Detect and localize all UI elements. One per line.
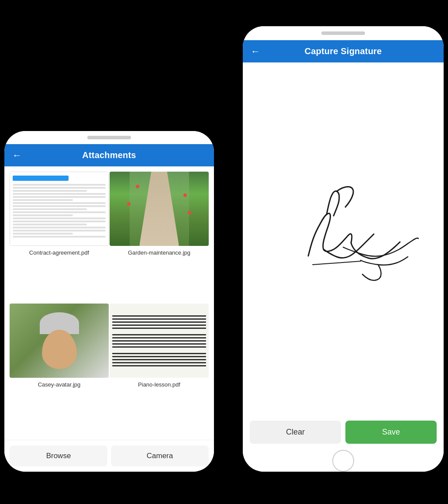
signature-buttons: Clear Save	[243, 414, 444, 450]
music-staff	[112, 315, 206, 329]
notch-bar-left	[4, 131, 214, 144]
attachment-name-avatar: Casey-avatar.jpg	[38, 381, 81, 388]
save-button[interactable]: Save	[345, 421, 437, 444]
home-indicator-right	[243, 450, 444, 472]
attachment-item-garden[interactable]: Garden-maintenance.jpg	[110, 172, 209, 303]
signature-header: ← Capture Signature	[243, 40, 444, 62]
attachment-name-piano: Piano-lesson.pdf	[138, 381, 180, 388]
music-line	[112, 353, 206, 354]
music-line	[112, 340, 206, 342]
music-line	[112, 321, 206, 323]
doc-line	[13, 224, 87, 225]
doc-line	[13, 196, 106, 198]
notch-bar-right	[243, 26, 444, 40]
doc-header-bar	[13, 176, 69, 181]
doc-line	[13, 199, 73, 201]
back-arrow-right[interactable]: ←	[251, 46, 260, 57]
doc-line	[13, 193, 106, 195]
attachment-item-piano[interactable]: Piano-lesson.pdf	[110, 304, 209, 435]
doc-line	[13, 208, 87, 210]
notch-left	[87, 136, 131, 139]
attachment-name-garden: Garden-maintenance.jpg	[128, 249, 190, 256]
music-line	[112, 318, 206, 320]
attachment-thumb-contract	[10, 172, 109, 246]
doc-line	[13, 230, 106, 231]
phone-attachments: ← Attachments	[4, 131, 214, 472]
attachment-item-contract[interactable]: Contract-agreement.pdf	[10, 172, 109, 303]
doc-line	[13, 217, 106, 219]
music-staff	[112, 334, 206, 348]
doc-line	[13, 190, 87, 192]
flower	[183, 193, 187, 197]
phone-signature: ← Capture Signature Clear Save	[243, 26, 444, 472]
attachments-header: ← Attachments	[4, 144, 214, 166]
doc-line	[13, 187, 106, 189]
garden-path	[139, 172, 179, 246]
home-dot	[332, 450, 354, 472]
bottom-buttons: Browse Camera	[4, 440, 214, 472]
music-line	[112, 315, 206, 317]
doc-line	[13, 184, 106, 186]
doc-line	[13, 202, 106, 204]
signature-title: Capture Signature	[305, 46, 382, 56]
phones-container: ← Attachments	[0, 0, 448, 504]
doc-line	[13, 221, 106, 222]
attachments-grid: Contract-agreement.pdf Garden-maintenanc…	[4, 166, 214, 440]
music-line	[112, 356, 206, 357]
clear-button[interactable]: Clear	[250, 421, 341, 444]
doc-line	[13, 211, 106, 213]
attachment-thumb-garden	[110, 172, 209, 246]
back-arrow-left[interactable]: ←	[12, 150, 22, 161]
notch-right	[321, 31, 365, 35]
music-line	[112, 362, 206, 363]
music-line	[112, 346, 206, 348]
music-line	[112, 365, 206, 366]
flower	[127, 202, 131, 206]
music-line	[112, 343, 206, 345]
doc-line	[13, 233, 73, 235]
doc-preview	[10, 172, 109, 246]
camera-button[interactable]: Camera	[111, 445, 209, 466]
signature-area[interactable]	[243, 62, 444, 414]
browse-button[interactable]: Browse	[10, 445, 107, 466]
music-line	[112, 328, 206, 329]
attachment-item-avatar[interactable]: Casey-avatar.jpg	[10, 304, 109, 435]
doc-line	[13, 205, 106, 207]
music-line	[112, 334, 206, 335]
music-line	[112, 324, 206, 326]
doc-line	[13, 214, 73, 216]
music-line	[112, 337, 206, 338]
signature-drawing	[253, 177, 434, 300]
music-line	[112, 359, 206, 360]
music-image	[110, 304, 209, 378]
attachment-name-contract: Contract-agreement.pdf	[29, 249, 89, 256]
flower	[188, 211, 191, 214]
attachments-title: Attachments	[82, 150, 136, 160]
doc-line	[13, 227, 106, 228]
attachment-thumb-piano	[110, 304, 209, 378]
avatar-face	[42, 330, 77, 369]
music-staff	[112, 353, 206, 366]
avatar-image	[10, 304, 109, 378]
doc-line	[13, 236, 106, 238]
attachment-thumb-avatar	[10, 304, 109, 378]
flower	[136, 185, 139, 188]
garden-image	[110, 172, 209, 246]
